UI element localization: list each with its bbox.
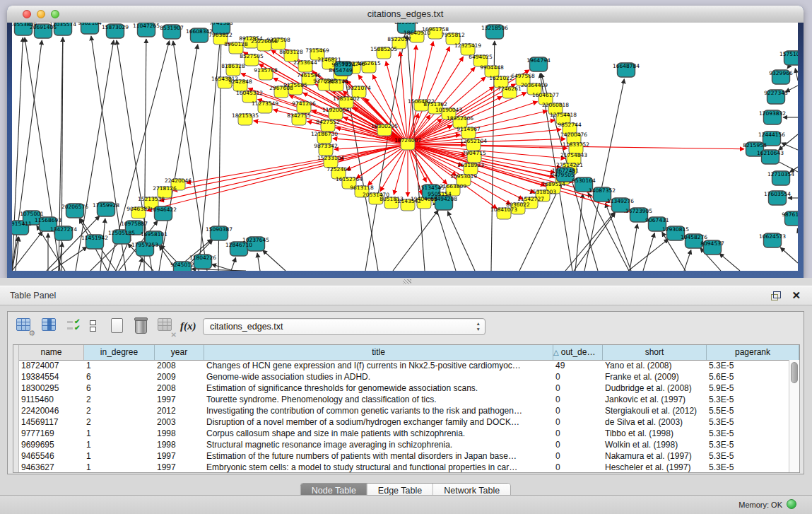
cell: 2003: [155, 416, 204, 428]
row-gutter: [13, 428, 19, 439]
black-edge[interactable]: [393, 210, 438, 271]
node-label: 16046177: [532, 92, 559, 98]
citation-network-graph[interactable]: 7963822896012889129542522605893275088186…: [12, 23, 798, 271]
memory-status-label: Memory: OK: [739, 501, 782, 509]
panel-divider[interactable]: [0, 278, 812, 286]
select-column-icon[interactable]: [42, 318, 59, 335]
node-label: 12035574: [49, 23, 76, 28]
node-label: 10953019: [450, 173, 477, 180]
status-bar: Memory: OK: [0, 495, 812, 514]
node-label: 9321074: [347, 85, 371, 91]
row-gutter: [13, 345, 19, 360]
column-header-out_de[interactable]: △out_de…: [553, 345, 603, 360]
node-label: 12444156: [758, 132, 785, 138]
column-header-name[interactable]: name: [19, 345, 84, 360]
red-edge[interactable]: [380, 144, 408, 192]
cell: 2: [84, 416, 155, 428]
select-all-icon[interactable]: ✔ ✔: [67, 318, 84, 335]
node-label: 16648784: [613, 63, 640, 69]
node-label: 8454749: [329, 67, 353, 74]
table-row[interactable]: 1938455462009Genome-wide association stu…: [13, 371, 789, 382]
memory-ok-indicator[interactable]: [787, 499, 796, 509]
scrollbar-thumb[interactable]: [791, 362, 798, 383]
table-panel-header: Table Panel ✕: [0, 286, 812, 305]
cell: 1997: [155, 450, 204, 462]
black-edge[interactable]: [584, 79, 624, 271]
network-canvas[interactable]: 7963822896012889129542522605893275088186…: [12, 23, 798, 271]
node-label: 9876130: [782, 211, 798, 218]
cell: Jankovic et al. (1997): [603, 394, 707, 405]
node-label: 10458276: [681, 234, 707, 240]
table-settings-icon[interactable]: ⚙: [16, 318, 33, 335]
table-row[interactable]: 1456911722003Disruption of a novel membe…: [13, 416, 789, 428]
node-label: 9857224: [331, 62, 355, 68]
node-label: 9135768: [254, 67, 278, 74]
table-row[interactable]: 1872400712008Changes of HCN gene express…: [13, 360, 789, 371]
window-titlebar[interactable]: citations_edges.txt: [7, 6, 804, 23]
column-header-in_degree[interactable]: in_degree: [84, 345, 155, 360]
node-label: 13494208: [430, 196, 457, 202]
cell: 0: [553, 416, 603, 428]
node-label: 2718126: [153, 185, 177, 192]
divider-grip-handle[interactable]: [403, 279, 411, 284]
black-edge[interactable]: [630, 224, 637, 271]
cell: 6: [84, 371, 155, 382]
cell: Nakamura et al. (1997): [603, 450, 707, 462]
cell: 0: [553, 450, 603, 462]
table-row[interactable]: 1830029562008Estimation of significance …: [13, 382, 789, 394]
black-edge[interactable]: [447, 211, 475, 271]
stacked-rows-icon[interactable]: [90, 318, 107, 337]
table-row[interactable]: 946362711997Embryonic stem cells: a mode…: [13, 462, 789, 473]
cell: 5.3E-5: [707, 439, 789, 450]
float-panel-icon[interactable]: [771, 291, 781, 300]
cell: 5.3E-5: [707, 450, 789, 462]
table-row[interactable]: 977716911998Corpus callosum shape and si…: [13, 428, 789, 439]
black-edge[interactable]: [263, 250, 286, 271]
node-label: 10237645: [242, 237, 269, 243]
node-label: 15751074: [779, 51, 798, 57]
table-row[interactable]: 911546021997Tourette syndrome. Phenomeno…: [13, 394, 789, 405]
column-header-year[interactable]: year: [155, 345, 204, 360]
black-edge[interactable]: [139, 257, 142, 271]
node-label: 16318923: [457, 162, 484, 168]
table-row[interactable]: 2242004622012Investigating the contribut…: [13, 405, 789, 416]
new-table-icon[interactable]: [111, 318, 128, 335]
node-label: 11349276: [607, 198, 634, 204]
node-label: 9904448: [480, 64, 504, 71]
close-panel-icon[interactable]: ✕: [792, 289, 801, 302]
trash-icon[interactable]: [135, 318, 152, 335]
cell: Wolkin et al. (1998): [603, 439, 707, 450]
cell: 1: [84, 439, 155, 450]
black-edge[interactable]: [257, 253, 260, 271]
black-edge[interactable]: [684, 250, 691, 271]
node-label: 12186730: [311, 131, 338, 137]
column-header-pagerank[interactable]: pagerank: [707, 345, 799, 360]
table-vertical-scrollbar[interactable]: [789, 360, 799, 472]
table-row[interactable]: 946554611997Estimation of the future num…: [13, 450, 789, 462]
column-header-short[interactable]: short: [603, 345, 707, 360]
red-edge[interactable]: [408, 144, 573, 182]
table-selector-dropdown[interactable]: citations_edges.txt ▲▼: [203, 318, 486, 335]
black-edge[interactable]: [12, 37, 23, 271]
function-builder-icon[interactable]: f(x): [180, 320, 197, 337]
black-edge[interactable]: [795, 69, 798, 81]
black-edge[interactable]: [565, 212, 615, 271]
row-gutter: [13, 360, 19, 371]
black-edge[interactable]: [719, 253, 740, 271]
column-header-title[interactable]: title: [204, 345, 553, 360]
node-label: 9175685: [283, 82, 307, 88]
cell: Genome-wide association studies in ADHD.: [204, 371, 553, 382]
black-edge[interactable]: [643, 233, 654, 271]
cell: 1997: [155, 394, 204, 405]
node-label: 7246261: [498, 86, 522, 92]
row-gutter: [13, 450, 19, 462]
black-edge[interactable]: [780, 247, 798, 263]
table-row[interactable]: 969969511998Structural magnetic resonanc…: [13, 439, 789, 450]
black-edge[interactable]: [797, 228, 798, 230]
black-edge[interactable]: [12, 40, 42, 271]
black-edge[interactable]: [231, 257, 236, 271]
black-edge[interactable]: [434, 200, 456, 271]
cell: 18724007: [19, 360, 84, 371]
black-edge[interactable]: [782, 143, 798, 150]
node-label: 9242848: [228, 78, 252, 85]
